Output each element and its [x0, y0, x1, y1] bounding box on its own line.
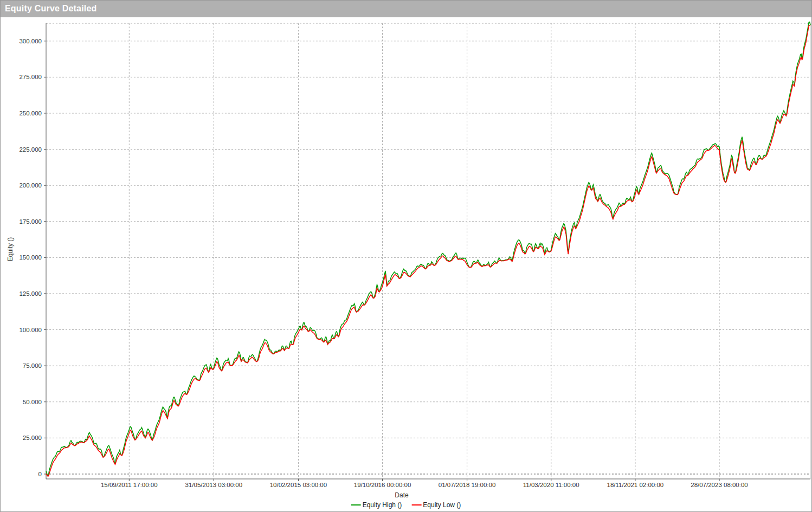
y-tick-label: 75.000 — [23, 362, 42, 369]
y-tick-label: 175.000 — [19, 218, 42, 225]
y-tick-label: 225.000 — [19, 146, 42, 153]
equity-curve-plot-area[interactable]: 025.00050.00075.000100.000125.000150.000… — [1, 1, 812, 512]
x-tick-label: 10/02/2015 03:00:00 — [270, 482, 327, 488]
chart-legend: Equity High () Equity Low () — [351, 501, 461, 509]
y-tick-label: 200.000 — [19, 182, 42, 189]
y-tick-label: 150.000 — [19, 254, 42, 261]
y-tick-label: 125.000 — [19, 290, 42, 297]
equity-high-line-swatch-icon — [351, 504, 361, 505]
y-tick-label: 100.000 — [19, 327, 42, 333]
x-tick-label: 11/03/2020 11:00:00 — [523, 482, 579, 488]
legend-label-equity-low: Equity Low () — [423, 501, 461, 509]
equity-low-line-swatch-icon — [411, 504, 421, 505]
x-tick-label: 15/09/2011 17:00:00 — [101, 482, 158, 488]
window-title-bar[interactable]: Equity Curve Detailed — [1, 1, 811, 17]
x-tick-label: 31/05/2013 03:00:00 — [185, 482, 243, 488]
y-tick-label: 300.000 — [19, 38, 42, 44]
y-tick-label: 275.000 — [19, 74, 42, 80]
legend-item-equity-high[interactable]: Equity High () — [351, 501, 402, 509]
x-tick-label: 28/07/2023 08:00:00 — [691, 482, 748, 488]
legend-item-equity-low[interactable]: Equity Low () — [411, 501, 461, 509]
legend-label-equity-high: Equity High () — [363, 501, 402, 509]
y-tick-label: 25.000 — [23, 435, 42, 441]
x-tick-label: 18/11/2021 02:00:00 — [607, 482, 664, 488]
equity-curve-window: Equity Curve Detailed 025.00050.00075.00… — [0, 0, 812, 512]
x-tick-label: 19/10/2016 00:00:00 — [354, 482, 411, 488]
y-axis-title: Equity () — [7, 206, 14, 293]
y-tick-label: 50.000 — [23, 399, 42, 405]
y-tick-label: 0 — [38, 471, 42, 477]
x-tick-label: 01/07/2018 19:00:00 — [439, 482, 496, 488]
x-axis-title: Date — [395, 491, 408, 499]
y-tick-label: 250.000 — [19, 110, 42, 116]
window-title: Equity Curve Detailed — [1, 4, 97, 14]
